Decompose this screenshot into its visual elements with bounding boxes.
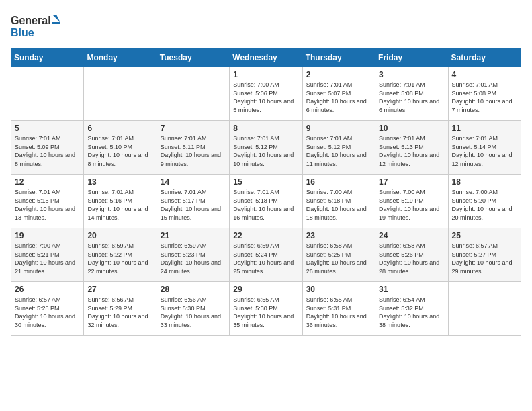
- calendar-cell: 24Sunrise: 6:58 AMSunset: 5:26 PMDayligh…: [375, 228, 448, 282]
- calendar-cell: 28Sunrise: 6:56 AMSunset: 5:30 PMDayligh…: [157, 282, 229, 336]
- svg-text:Blue: Blue: [11, 27, 34, 38]
- calendar-cell: 19Sunrise: 7:00 AMSunset: 5:21 PMDayligh…: [11, 228, 84, 282]
- calendar-cell: 17Sunrise: 7:00 AMSunset: 5:19 PMDayligh…: [375, 175, 448, 228]
- calendar-cell: 2Sunrise: 7:01 AMSunset: 5:07 PMDaylight…: [302, 67, 375, 121]
- day-header-saturday: Saturday: [448, 49, 521, 67]
- calendar-cell: 6Sunrise: 7:01 AMSunset: 5:10 PMDaylight…: [84, 121, 157, 175]
- day-info: Sunrise: 6:54 AMSunset: 5:32 PMDaylight:…: [379, 295, 444, 329]
- logo-svg: GeneralBlue: [11, 11, 64, 40]
- day-info: Sunrise: 7:01 AMSunset: 5:10 PMDaylight:…: [87, 134, 152, 168]
- day-header-wednesday: Wednesday: [230, 49, 302, 67]
- day-number: 7: [161, 124, 226, 133]
- day-number: 17: [379, 177, 444, 187]
- calendar-cell: 22Sunrise: 6:59 AMSunset: 5:24 PMDayligh…: [230, 228, 302, 282]
- day-info: Sunrise: 6:58 AMSunset: 5:26 PMDaylight:…: [379, 242, 444, 275]
- day-number: 23: [306, 231, 371, 240]
- day-info: Sunrise: 7:01 AMSunset: 5:15 PMDaylight:…: [15, 188, 80, 222]
- day-info: Sunrise: 7:01 AMSunset: 5:12 PMDaylight:…: [233, 134, 298, 168]
- day-info: Sunrise: 7:00 AMSunset: 5:19 PMDaylight:…: [379, 188, 444, 222]
- day-number: 18: [452, 177, 517, 187]
- logo: GeneralBlue: [11, 11, 64, 40]
- calendar-cell: 13Sunrise: 7:01 AMSunset: 5:16 PMDayligh…: [84, 175, 157, 228]
- calendar-cell: 7Sunrise: 7:01 AMSunset: 5:11 PMDaylight…: [157, 121, 229, 175]
- calendar-cell: 20Sunrise: 6:59 AMSunset: 5:22 PMDayligh…: [84, 228, 157, 282]
- week-row-2: 5Sunrise: 7:01 AMSunset: 5:09 PMDaylight…: [11, 121, 521, 175]
- day-info: Sunrise: 7:01 AMSunset: 5:12 PMDaylight:…: [306, 134, 371, 168]
- day-number: 21: [161, 231, 226, 240]
- day-number: 29: [233, 285, 298, 294]
- day-number: 3: [379, 70, 444, 79]
- day-info: Sunrise: 7:01 AMSunset: 5:14 PMDaylight:…: [452, 134, 517, 168]
- calendar-cell: [157, 67, 229, 121]
- day-info: Sunrise: 7:01 AMSunset: 5:11 PMDaylight:…: [161, 134, 226, 168]
- day-header-thursday: Thursday: [302, 49, 375, 67]
- day-info: Sunrise: 6:57 AMSunset: 5:27 PMDaylight:…: [452, 242, 517, 275]
- calendar-cell: 11Sunrise: 7:01 AMSunset: 5:14 PMDayligh…: [448, 121, 521, 175]
- svg-marker-2: [52, 15, 60, 23]
- calendar-cell: 14Sunrise: 7:01 AMSunset: 5:17 PMDayligh…: [157, 175, 229, 228]
- day-number: 5: [15, 124, 80, 133]
- day-number: 16: [306, 177, 371, 187]
- calendar-cell: 9Sunrise: 7:01 AMSunset: 5:12 PMDaylight…: [302, 121, 375, 175]
- calendar-cell: 4Sunrise: 7:01 AMSunset: 5:08 PMDaylight…: [448, 67, 521, 121]
- day-info: Sunrise: 6:59 AMSunset: 5:24 PMDaylight:…: [233, 242, 298, 275]
- calendar-cell: [448, 282, 521, 336]
- day-info: Sunrise: 7:00 AMSunset: 5:18 PMDaylight:…: [306, 188, 371, 222]
- calendar-cell: 21Sunrise: 6:59 AMSunset: 5:23 PMDayligh…: [157, 228, 229, 282]
- day-number: 9: [306, 124, 371, 133]
- day-number: 2: [306, 70, 371, 79]
- day-info: Sunrise: 7:01 AMSunset: 5:09 PMDaylight:…: [15, 134, 80, 168]
- day-number: 10: [379, 124, 444, 133]
- day-info: Sunrise: 7:00 AMSunset: 5:21 PMDaylight:…: [15, 242, 80, 275]
- day-header-tuesday: Tuesday: [157, 49, 229, 67]
- week-row-4: 19Sunrise: 7:00 AMSunset: 5:21 PMDayligh…: [11, 228, 521, 282]
- day-number: 28: [161, 285, 226, 294]
- week-row-5: 26Sunrise: 6:57 AMSunset: 5:28 PMDayligh…: [11, 282, 521, 336]
- calendar-cell: 12Sunrise: 7:01 AMSunset: 5:15 PMDayligh…: [11, 175, 84, 228]
- day-info: Sunrise: 6:56 AMSunset: 5:29 PMDaylight:…: [87, 295, 152, 329]
- calendar-cell: 30Sunrise: 6:55 AMSunset: 5:31 PMDayligh…: [302, 282, 375, 336]
- day-info: Sunrise: 7:01 AMSunset: 5:18 PMDaylight:…: [233, 188, 298, 222]
- day-number: 19: [15, 231, 80, 240]
- day-number: 31: [379, 285, 444, 294]
- calendar-cell: 1Sunrise: 7:00 AMSunset: 5:06 PMDaylight…: [230, 67, 302, 121]
- day-number: 14: [161, 177, 226, 187]
- day-info: Sunrise: 6:56 AMSunset: 5:30 PMDaylight:…: [161, 295, 226, 329]
- week-row-1: 1Sunrise: 7:00 AMSunset: 5:06 PMDaylight…: [11, 67, 521, 121]
- calendar-cell: [11, 67, 84, 121]
- day-number: 12: [15, 177, 80, 187]
- day-number: 1: [233, 70, 298, 79]
- day-info: Sunrise: 7:01 AMSunset: 5:13 PMDaylight:…: [379, 134, 444, 168]
- day-number: 25: [452, 231, 517, 240]
- day-number: 4: [452, 70, 517, 79]
- calendar-cell: 3Sunrise: 7:01 AMSunset: 5:08 PMDaylight…: [375, 67, 448, 121]
- day-number: 15: [233, 177, 298, 187]
- day-info: Sunrise: 7:01 AMSunset: 5:07 PMDaylight:…: [306, 81, 371, 114]
- day-info: Sunrise: 7:01 AMSunset: 5:08 PMDaylight:…: [452, 81, 517, 114]
- day-number: 13: [87, 177, 152, 187]
- day-header-friday: Friday: [375, 49, 448, 67]
- day-info: Sunrise: 7:01 AMSunset: 5:17 PMDaylight:…: [161, 188, 226, 222]
- day-info: Sunrise: 6:59 AMSunset: 5:22 PMDaylight:…: [87, 242, 152, 275]
- day-info: Sunrise: 6:57 AMSunset: 5:28 PMDaylight:…: [15, 295, 80, 329]
- calendar-cell: 23Sunrise: 6:58 AMSunset: 5:25 PMDayligh…: [302, 228, 375, 282]
- calendar-cell: 8Sunrise: 7:01 AMSunset: 5:12 PMDaylight…: [230, 121, 302, 175]
- header: GeneralBlue: [11, 11, 521, 40]
- svg-text:General: General: [11, 15, 51, 26]
- calendar-cell: 29Sunrise: 6:55 AMSunset: 5:30 PMDayligh…: [230, 282, 302, 336]
- days-header-row: SundayMondayTuesdayWednesdayThursdayFrid…: [11, 49, 521, 67]
- day-number: 27: [87, 285, 152, 294]
- calendar-cell: 10Sunrise: 7:01 AMSunset: 5:13 PMDayligh…: [375, 121, 448, 175]
- day-info: Sunrise: 6:55 AMSunset: 5:31 PMDaylight:…: [306, 295, 371, 329]
- day-info: Sunrise: 6:58 AMSunset: 5:25 PMDaylight:…: [306, 242, 371, 275]
- day-header-sunday: Sunday: [11, 49, 84, 67]
- day-number: 30: [306, 285, 371, 294]
- calendar-cell: [84, 67, 157, 121]
- calendar-cell: 15Sunrise: 7:01 AMSunset: 5:18 PMDayligh…: [230, 175, 302, 228]
- calendar-cell: 31Sunrise: 6:54 AMSunset: 5:32 PMDayligh…: [375, 282, 448, 336]
- day-header-monday: Monday: [84, 49, 157, 67]
- day-info: Sunrise: 6:59 AMSunset: 5:23 PMDaylight:…: [161, 242, 226, 275]
- day-number: 8: [233, 124, 298, 133]
- calendar-cell: 26Sunrise: 6:57 AMSunset: 5:28 PMDayligh…: [11, 282, 84, 336]
- day-number: 11: [452, 124, 517, 133]
